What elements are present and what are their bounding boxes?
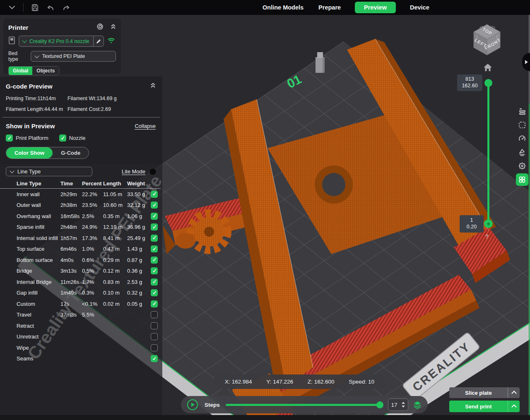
home-view-icon[interactable] (483, 63, 493, 74)
line-type-row-overhang-wall[interactable]: Overhang wall16m58s2.5%0.35 m1.06 g (0, 211, 162, 222)
top-surface-visibility-checkbox[interactable] (151, 245, 158, 252)
steps-stepper[interactable]: 17 (388, 398, 408, 411)
tab-prepare[interactable]: Prepare (318, 2, 342, 13)
cell-percent: 17.3% (82, 235, 103, 241)
line-type-row-custom[interactable]: Custom17s<0.1%0.02 m0.05 g (0, 298, 162, 310)
overhang-wall-visibility-checkbox[interactable] (151, 213, 158, 220)
line-type-row-unretract[interactable]: Unretract (0, 331, 162, 343)
bridge-visibility-checkbox[interactable] (151, 267, 158, 274)
cell-name: Seams (17, 355, 60, 362)
show-in-preview-title: Show in Preview (6, 122, 135, 130)
layer-slider-bottom-handle[interactable]: + (484, 219, 493, 228)
edit-printer-button[interactable] (93, 36, 104, 46)
view-cube[interactable]: TOP LEFT FRONT (471, 23, 504, 59)
steps-slider[interactable] (226, 404, 382, 406)
layer-slider-top-tooltip: 813 162.60 (457, 74, 482, 91)
travel-visibility-checkbox[interactable] (151, 311, 158, 318)
line-type-row-seams[interactable]: Seams (0, 353, 162, 365)
printer-select[interactable]: Creality K2 Pro 0.4 nozzle (19, 36, 104, 47)
cell-time: 2h38m (60, 202, 82, 208)
steps-slider-handle[interactable] (376, 401, 383, 408)
layer-slider-track[interactable] (487, 83, 489, 223)
gcode-stats: Printing Time:11h14m Filament Wt:134.69 … (0, 91, 162, 115)
play-button[interactable] (187, 399, 198, 410)
redo-icon[interactable] (62, 4, 70, 11)
mode-tab-color-show[interactable]: Color Show (6, 147, 53, 158)
scope-tab-objects[interactable]: Objects (32, 67, 59, 75)
line-type-row-bridge[interactable]: Bridge3m13s0.5%0.12 m0.36 g (0, 266, 162, 277)
line-type-row-outer-wall[interactable]: Outer wall2h38m23.5%10.60 m32.12 g (0, 200, 162, 211)
send-options-chevron[interactable] (508, 401, 520, 412)
undo-icon[interactable] (46, 4, 55, 11)
help-icon[interactable]: ? (485, 233, 489, 240)
gap-infill-visibility-checkbox[interactable] (151, 289, 158, 296)
nozzle-position-readout: X:162.984 Y:147.226 Z:162.600 Speed:10 (214, 374, 385, 389)
line-width-icon[interactable] (516, 105, 528, 118)
line-type-row-bottom-surface[interactable]: Bottom surface4m0s0.6%0.29 m0.87 g (0, 254, 162, 266)
cell-time: 4m0s (60, 257, 82, 263)
line-type-row-travel[interactable]: Travel37m3s5.5% (0, 310, 162, 321)
fan-speed-icon[interactable] (516, 146, 528, 158)
line-type-row-internal-solid-infill[interactable]: Internal solid infill1h57m17.3%8.41 m25.… (0, 233, 162, 244)
line-type-row-wipe[interactable]: Wipe (0, 342, 162, 353)
seams-visibility-checkbox[interactable] (151, 355, 158, 362)
printer-panel-collapse-icon[interactable] (111, 24, 116, 31)
cell-percent: 0.6% (82, 257, 103, 263)
lite-mode-toggle[interactable] (149, 168, 157, 175)
tab-preview[interactable]: Preview (355, 2, 396, 13)
printer-settings-gear-icon[interactable] (96, 23, 104, 32)
custom-visibility-checkbox[interactable] (151, 300, 158, 307)
cell-length: 12.19 m (103, 224, 127, 230)
cell-percent: 2.5% (82, 213, 103, 219)
bounding-box-icon[interactable] (516, 119, 528, 131)
temperature-icon[interactable] (516, 160, 528, 172)
layers-icon[interactable] (413, 401, 422, 409)
mode-tab-g-code[interactable]: G-Code (53, 147, 89, 158)
line-type-row-inner-wall[interactable]: Inner wall2h29m22.2%11.05 m33.50 g (0, 189, 162, 200)
speed-gauge-icon[interactable] (516, 132, 528, 145)
line-type-row-gap-infill[interactable]: Gap infill1m49s0.3%0.10 m0.32 g (0, 288, 162, 299)
tab-device[interactable]: Device (409, 2, 430, 13)
cell-length: 0.02 m (103, 301, 127, 307)
steps-increment-icon[interactable] (402, 402, 405, 404)
collapse-link[interactable]: Collapse (135, 123, 156, 129)
line-type-row-internal-bridge[interactable]: Internal Bridge11m26s1.7%0.83 m2.53 g (0, 276, 162, 288)
tab-online-models[interactable]: Online Models (262, 2, 304, 13)
cell-time: 17s (60, 301, 82, 307)
cell-name: Gap infill (17, 290, 60, 296)
steps-decrement-icon[interactable] (402, 406, 405, 408)
gcode-panel-collapse-icon[interactable] (150, 82, 156, 90)
cell-weight: 0.87 g (127, 257, 151, 263)
line-type-row-retract[interactable]: Retract (0, 320, 162, 331)
action-buttons: Slice plate Send print (449, 387, 520, 412)
steps-value[interactable]: 17 (388, 402, 400, 408)
wifi-icon[interactable] (107, 37, 115, 46)
layer-slider-top-handle[interactable] (484, 79, 492, 87)
internal-bridge-visibility-checkbox[interactable] (151, 278, 158, 286)
sparse-infill-visibility-checkbox[interactable] (151, 223, 158, 230)
wipe-visibility-checkbox[interactable] (151, 344, 158, 351)
scope-tab-global[interactable]: Global (9, 67, 32, 75)
line-type-row-top-surface[interactable]: Top surface6m46s1.0%0.47 m1.43 g (0, 244, 162, 255)
cell-name: Unretract (17, 334, 60, 340)
bed-type-value: Textured PEI Plate (42, 53, 85, 59)
unretract-visibility-checkbox[interactable] (151, 333, 158, 340)
cell-length: 0.47 m (103, 246, 127, 252)
flow-icon[interactable] (516, 173, 528, 186)
bed-type-select[interactable]: Textured PEI Plate (31, 51, 116, 62)
slice-plate-button[interactable]: Slice plate (449, 387, 520, 398)
retract-visibility-checkbox[interactable] (151, 322, 158, 329)
nozzle-checkbox[interactable] (59, 134, 66, 142)
layer-slider-bottom-tooltip: 1 0.20 (460, 215, 484, 233)
save-icon[interactable] (31, 4, 39, 12)
window-menu-icon[interactable] (8, 5, 16, 10)
internal-solid-infill-visibility-checkbox[interactable] (151, 235, 158, 242)
inner-wall-visibility-checkbox[interactable] (151, 191, 158, 198)
outer-wall-visibility-checkbox[interactable] (151, 202, 158, 209)
line-type-row-sparse-infill[interactable]: Sparse infill2h48m24.9%12.19 m36.96 g (0, 222, 162, 233)
line-type-select[interactable]: Line Type (6, 167, 92, 176)
slice-options-chevron[interactable] (508, 387, 520, 398)
print-platform-checkbox[interactable] (6, 134, 13, 142)
bottom-surface-visibility-checkbox[interactable] (151, 257, 158, 264)
send-print-button[interactable]: Send print (449, 401, 520, 412)
